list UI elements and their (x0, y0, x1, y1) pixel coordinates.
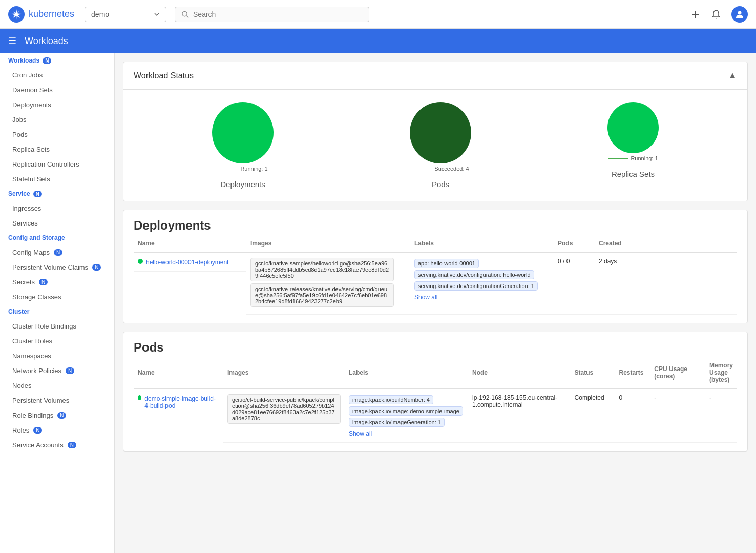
sidebar-item-persistent-volume-claims[interactable]: Persistent Volume Claims N (0, 260, 114, 275)
sidebar-item-secrets[interactable]: Secrets N (0, 275, 114, 290)
topbar: kubernetes demo (0, 0, 756, 29)
sidebar-item-namespaces[interactable]: Namespaces (0, 349, 114, 363)
pod-label-1: image.kpack.io/image: demo-simple-image (349, 406, 463, 416)
pod-images-cell: gcr.io/cf-build-service-public/kpack/com… (223, 389, 345, 443)
notification-button[interactable] (711, 9, 721, 19)
col-pod-node: Node (468, 357, 571, 389)
pods-table: Name Images Labels Node Status Restarts … (134, 357, 737, 443)
sidebar-item-cluster-role-bindings[interactable]: Cluster Role Bindings (0, 319, 114, 334)
sidebar-item-storage-classes[interactable]: Storage Classes (0, 290, 114, 304)
pod-labels-cell: image.kpack.io/buildNumber: 4 image.kpac… (345, 389, 468, 443)
deployment-label-2: serving.knative.dev/configurationGenerat… (414, 281, 538, 291)
deployment-labels-cell: app: hello-world-00001 serving.knative.d… (410, 253, 554, 315)
replica-sets-line (608, 158, 628, 159)
pvc-badge: N (92, 264, 101, 271)
sidebar-item-deployments[interactable]: Deployments (0, 97, 114, 112)
namespace-dropdown[interactable]: demo (85, 7, 166, 22)
sidebar-section-workloads[interactable]: Workloads N (0, 53, 114, 68)
sidebar-item-ingresses[interactable]: Ingresses (0, 201, 114, 216)
col-pod-status: Status (571, 357, 615, 389)
sidebar-item-stateful-sets[interactable]: Stateful Sets (0, 172, 114, 187)
replica-sets-circle-container: Running: 1 (607, 102, 659, 161)
col-pods: Pods (554, 235, 595, 253)
network-policies-badge: N (66, 367, 74, 374)
pods-table-body: demo-simple-image-build-4-build-pod gcr.… (134, 389, 737, 443)
logo[interactable]: kubernetes (8, 6, 74, 23)
header-title: Workloads (25, 36, 68, 47)
pod-label-2: image.kpack.io/imageGeneration: 1 (349, 418, 445, 427)
sidebar-item-network-policies[interactable]: Network Policies N (0, 363, 114, 378)
deployment-status-cell: hello-world-00001-deployment (134, 253, 246, 272)
col-pod-labels: Labels (345, 357, 468, 389)
add-button[interactable] (690, 9, 701, 19)
pod-show-all-link[interactable]: Show all (349, 430, 372, 437)
sidebar-item-pods[interactable]: Pods (0, 127, 114, 142)
deployment-show-all-link[interactable]: Show all (414, 294, 437, 301)
col-pod-memory: Memory Usage (bytes) (705, 357, 737, 389)
sidebar-item-persistent-volumes[interactable]: Persistent Volumes (0, 393, 114, 408)
deployments-circle (212, 102, 274, 163)
sidebar-item-replication-controllers[interactable]: Replication Controllers (0, 157, 114, 172)
table-row: demo-simple-image-build-4-build-pod gcr.… (134, 389, 737, 443)
sidebar-section-config-storage[interactable]: Config and Storage (0, 231, 114, 245)
deployment-status-dot (138, 259, 143, 264)
sidebar-section-service[interactable]: Service N (0, 187, 114, 201)
sidebar-item-roles[interactable]: Roles N (0, 423, 114, 438)
deployments-line (218, 169, 238, 169)
deployments-circle-container: Running: 1 (212, 102, 274, 172)
svg-line-2 (186, 15, 188, 17)
sidebar-item-cron-jobs[interactable]: Cron Jobs (0, 68, 114, 83)
sidebar-item-jobs[interactable]: Jobs (0, 112, 114, 127)
deployment-image-1: gcr.io/knative-releases/knative.dev/serv… (250, 283, 394, 307)
status-deployments: Running: 1 Deployments (212, 102, 274, 189)
pods-running-label: Succeeded: 4 (434, 166, 469, 172)
kubernetes-logo-icon (8, 6, 25, 23)
pod-cpu-cell: - (650, 389, 705, 443)
deployments-table: Name Images Labels Pods Created hello-wo… (134, 235, 737, 315)
sidebar-item-cluster-roles[interactable]: Cluster Roles (0, 334, 114, 349)
user-avatar[interactable] (731, 6, 748, 23)
search-bar[interactable] (175, 7, 369, 22)
pod-name-link[interactable]: demo-simple-image-build-4-build-pod (144, 395, 219, 409)
sidebar-item-nodes[interactable]: Nodes (0, 378, 114, 393)
roles-badge: N (33, 427, 42, 434)
pods-table-section: Name Images Labels Node Status Restarts … (123, 357, 747, 451)
search-input[interactable] (193, 10, 363, 18)
col-name: Name (134, 235, 246, 253)
sidebar-item-services[interactable]: Services (0, 216, 114, 231)
menu-icon[interactable]: ☰ (8, 35, 16, 47)
sidebar-item-replica-sets[interactable]: Replica Sets (0, 142, 114, 157)
cluster-label: Cluster (8, 308, 29, 315)
pods-name: Pods (432, 180, 449, 189)
deployments-table-head: Name Images Labels Pods Created (134, 235, 737, 253)
deployments-header-row: Name Images Labels Pods Created (134, 235, 737, 253)
service-section-label: Service (8, 190, 30, 197)
deployment-label-0: app: hello-world-00001 (414, 259, 479, 268)
secrets-badge: N (39, 279, 48, 285)
sidebar-item-config-maps[interactable]: Config Maps N (0, 245, 114, 260)
table-row: hello-world-00001-deployment gcr.io/knat… (134, 253, 737, 315)
pod-image-0: gcr.io/cf-build-service-public/kpack/com… (227, 394, 341, 424)
sidebar-item-daemon-sets[interactable]: Daemon Sets (0, 83, 114, 97)
header-bar: ☰ Workloads (0, 29, 756, 53)
replica-sets-name: Replica Sets (612, 170, 655, 178)
deployments-running-label: Running: 1 (240, 166, 267, 172)
col-pod-cpu: CPU Usage (cores) (650, 357, 705, 389)
deployments-status-label: Running: 1 (218, 166, 267, 172)
sidebar-item-service-accounts[interactable]: Service Accounts N (0, 438, 114, 453)
service-badge: N (33, 191, 42, 197)
pod-memory-cell: - (705, 389, 737, 443)
sidebar-item-role-bindings[interactable]: Role Bindings N (0, 408, 114, 423)
logo-text: kubernetes (29, 9, 74, 19)
deployment-label-1: serving.knative.dev/configuration: hello… (414, 270, 534, 279)
collapse-button[interactable]: ▲ (728, 70, 737, 81)
deployments-table-body: hello-world-00001-deployment gcr.io/knat… (134, 253, 737, 315)
namespace-value: demo (91, 10, 150, 18)
sidebar-section-cluster[interactable]: Cluster (0, 304, 114, 319)
pod-label-0: image.kpack.io/buildNumber: 4 (349, 395, 433, 404)
deployment-name-link[interactable]: hello-world-00001-deployment (146, 259, 228, 266)
deployment-images-cell: gcr.io/knative-samples/helloworld-go@sha… (246, 253, 410, 315)
deployments-title: Deployments (134, 218, 737, 233)
workload-status-body: Running: 1 Deployments Succeeded: 4 Po (123, 90, 747, 201)
pods-table-head: Name Images Labels Node Status Restarts … (134, 357, 737, 389)
